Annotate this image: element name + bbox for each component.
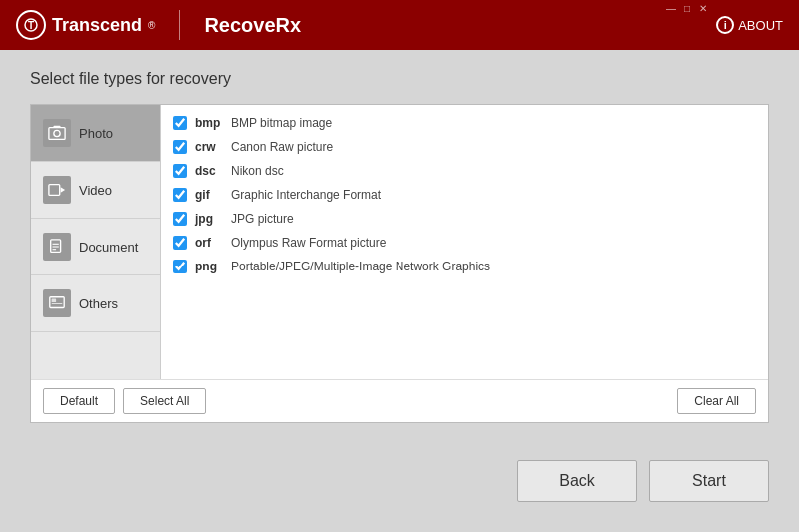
svg-marker-6: [61, 187, 66, 192]
svg-rect-12: [52, 299, 57, 303]
desc-gif: Graphic Interchange Format: [231, 188, 381, 202]
about-icon: i: [716, 16, 734, 34]
maximize-button[interactable]: □: [681, 4, 693, 14]
category-list: Photo Video: [31, 105, 161, 379]
main-content: Select file types for recovery Photo: [0, 50, 799, 532]
ext-orf: orf: [195, 236, 223, 250]
ext-crw: crw: [195, 140, 223, 154]
panel-body: Photo Video: [31, 105, 768, 379]
file-type-row: dscNikon dsc: [161, 159, 768, 183]
brand-name: Transcend: [52, 15, 142, 36]
svg-point-3: [54, 130, 60, 136]
file-type-row: jpgJPG picture: [161, 207, 768, 231]
desc-bmp: BMP bitmap image: [231, 116, 332, 130]
desc-jpg: JPG picture: [231, 212, 294, 226]
start-button[interactable]: Start: [649, 460, 769, 502]
checkbox-png[interactable]: [173, 260, 187, 273]
page-title: Select file types for recovery: [30, 70, 769, 88]
ext-bmp: bmp: [195, 116, 223, 130]
file-type-row: orfOlympus Raw Format picture: [161, 231, 768, 255]
category-photo[interactable]: Photo: [31, 105, 160, 162]
close-button[interactable]: ✕: [697, 4, 709, 14]
svg-text:T: T: [28, 20, 34, 31]
category-photo-label: Photo: [79, 126, 113, 141]
brand-logo: T Transcend® RecoveRx: [16, 10, 301, 40]
ext-dsc: dsc: [195, 164, 223, 178]
svg-rect-5: [49, 185, 60, 196]
panel-footer: Default Select All Clear All: [31, 379, 768, 422]
document-icon: [43, 233, 71, 261]
category-video[interactable]: Video: [31, 162, 160, 219]
ext-jpg: jpg: [195, 212, 223, 226]
category-video-label: Video: [79, 183, 112, 198]
checkbox-jpg[interactable]: [173, 212, 187, 226]
window-controls[interactable]: — □ ✕: [665, 4, 709, 14]
titlebar: — □ ✕ T Transcend® RecoveRx i ABOUT: [0, 0, 799, 50]
file-type-row: pngPortable/JPEG/Multiple-Image Network …: [161, 255, 768, 278]
minimize-button[interactable]: —: [665, 4, 677, 14]
select-all-button[interactable]: Select All: [123, 388, 206, 414]
category-document[interactable]: Document: [31, 219, 160, 275]
category-others-label: Others: [79, 296, 118, 311]
svg-rect-7: [51, 240, 61, 253]
category-others[interactable]: Others: [31, 275, 160, 332]
file-type-row: gifGraphic Interchange Format: [161, 183, 768, 207]
checkbox-orf[interactable]: [173, 236, 187, 250]
transcend-brand: T Transcend®: [16, 10, 155, 40]
svg-rect-2: [49, 128, 65, 140]
checkbox-bmp[interactable]: [173, 116, 187, 130]
default-button[interactable]: Default: [43, 388, 115, 414]
desc-png: Portable/JPEG/Multiple-Image Network Gra…: [231, 260, 490, 273]
checkbox-dsc[interactable]: [173, 164, 187, 178]
svg-rect-11: [50, 297, 64, 308]
svg-rect-13: [52, 303, 63, 304]
logo-icon: T: [16, 10, 46, 40]
file-type-row: bmpBMP bitmap image: [161, 111, 768, 135]
about-label: ABOUT: [738, 18, 783, 33]
app-name: RecoveRx: [204, 14, 301, 37]
ext-gif: gif: [195, 188, 223, 202]
svg-rect-4: [53, 126, 60, 128]
others-icon: [43, 289, 71, 317]
checkbox-gif[interactable]: [173, 188, 187, 202]
desc-orf: Olympus Raw Format picture: [231, 236, 386, 250]
brand-reg: ®: [148, 20, 155, 31]
back-button[interactable]: Back: [517, 460, 637, 502]
file-type-panel: Photo Video: [30, 104, 769, 423]
bottom-nav: Back Start: [30, 460, 769, 512]
about-button[interactable]: i ABOUT: [716, 16, 783, 34]
clear-all-button[interactable]: Clear All: [677, 388, 756, 414]
desc-dsc: Nikon dsc: [231, 164, 284, 178]
desc-crw: Canon Raw picture: [231, 140, 333, 154]
video-icon: [43, 176, 71, 204]
file-type-list: bmpBMP bitmap imagecrwCanon Raw pictured…: [161, 105, 768, 379]
photo-icon: [43, 119, 71, 147]
checkbox-crw[interactable]: [173, 140, 187, 154]
file-type-row: crwCanon Raw picture: [161, 135, 768, 159]
logo-divider: [179, 10, 180, 40]
ext-png: png: [195, 260, 223, 273]
category-document-label: Document: [79, 240, 138, 255]
